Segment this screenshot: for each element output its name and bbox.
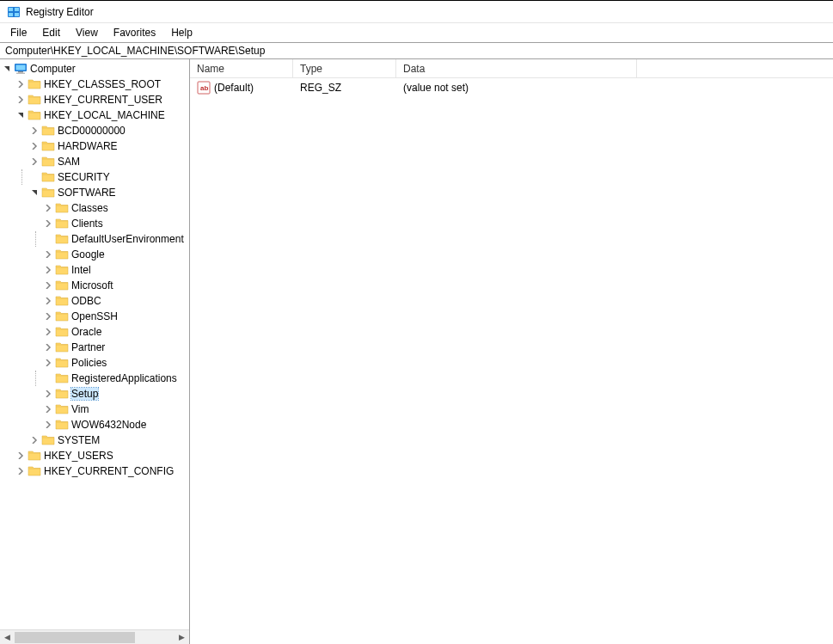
tree-node-odbc[interactable]: ODBC — [2, 293, 189, 309]
chevron-right-icon[interactable] — [15, 466, 26, 476]
tree-label-policies: Policies — [71, 357, 107, 369]
string-value-icon — [197, 81, 211, 95]
chevron-right-icon[interactable] — [43, 420, 53, 430]
tree-label-bcd: BCD00000000 — [58, 125, 126, 137]
chevron-right-icon[interactable] — [15, 79, 26, 89]
chevron-down-icon[interactable] — [15, 110, 26, 120]
tree-node-classes[interactable]: Classes — [2, 200, 189, 216]
tree-node-clients[interactable]: Clients — [2, 216, 189, 231]
tree-label-setup: Setup — [71, 388, 98, 400]
chevron-down-icon[interactable] — [29, 187, 40, 198]
tree-label-hku: HKEY_USERS — [44, 450, 113, 462]
chevron-right-icon[interactable] — [43, 218, 53, 229]
tree-node-computer[interactable]: Computer — [2, 61, 189, 77]
tree-node-hkcc[interactable]: HKEY_CURRENT_CONFIG — [2, 463, 189, 479]
tree-node-hardware[interactable]: HARDWARE — [2, 138, 189, 154]
tree-label-openssh: OpenSSH — [71, 310, 118, 322]
menu-edit[interactable]: Edit — [35, 25, 67, 40]
chevron-right-icon[interactable] — [43, 311, 53, 322]
tree-label-hkcc: HKEY_CURRENT_CONFIG — [44, 465, 174, 477]
tree-node-security[interactable]: • SECURITY — [2, 169, 189, 185]
values-header: Name Type Data — [190, 59, 833, 78]
tree-label-hardware: HARDWARE — [58, 140, 118, 152]
address-bar[interactable]: Computer\HKEY_LOCAL_MACHINE\SOFTWARE\Set… — [0, 42, 833, 59]
chevron-right-icon[interactable] — [43, 296, 53, 306]
tree-node-sam[interactable]: SAM — [2, 154, 189, 169]
tree-node-defaultuserenv[interactable]: • DefaultUserEnvironment — [2, 231, 189, 247]
scroll-thumb[interactable] — [15, 632, 135, 643]
folder-icon — [41, 433, 55, 447]
tree-node-oracle[interactable]: Oracle — [2, 324, 189, 340]
folder-icon — [55, 248, 69, 261]
tree-node-hku[interactable]: HKEY_USERS — [2, 448, 189, 463]
column-header-type[interactable]: Type — [293, 59, 396, 77]
tree-node-wow6432[interactable]: WOW6432Node — [2, 417, 189, 432]
tree-node-hkcu[interactable]: HKEY_CURRENT_USER — [2, 92, 189, 107]
tree-scrollbar-horizontal[interactable]: ◀ ▶ — [0, 629, 189, 644]
chevron-right-icon[interactable] — [15, 95, 26, 105]
tree-label-microsoft: Microsoft — [71, 279, 113, 291]
chevron-right-icon[interactable] — [43, 203, 53, 213]
menu-help[interactable]: Help — [164, 25, 199, 40]
scroll-track[interactable] — [15, 630, 175, 645]
tree-pane: Computer HKEY_CLASSES_ROOT HKEY_CURRENT_… — [0, 59, 190, 644]
chevron-right-icon[interactable] — [29, 126, 40, 136]
tree-label-vim: Vim — [71, 403, 89, 415]
tree-node-setup[interactable]: Setup — [2, 386, 189, 402]
chevron-right-icon[interactable] — [43, 280, 53, 291]
chevron-right-icon[interactable] — [43, 404, 53, 414]
folder-icon — [55, 325, 69, 339]
tree-node-intel[interactable]: Intel — [2, 262, 189, 278]
folder-icon — [28, 449, 41, 463]
chevron-right-icon[interactable] — [43, 389, 53, 399]
tree-label-wow6432: WOW6432Node — [71, 419, 146, 431]
values-list[interactable]: (Default) REG_SZ (value not set) — [190, 78, 833, 644]
chevron-right-icon[interactable] — [43, 358, 53, 368]
folder-icon — [41, 186, 55, 199]
scroll-left-icon[interactable]: ◀ — [0, 630, 15, 645]
tree-node-bcd[interactable]: BCD00000000 — [2, 123, 189, 138]
folder-icon — [28, 77, 41, 91]
registry-tree[interactable]: Computer HKEY_CLASSES_ROOT HKEY_CURRENT_… — [0, 59, 189, 629]
tree-node-openssh[interactable]: OpenSSH — [2, 309, 189, 324]
tree-label-defaultuserenv: DefaultUserEnvironment — [71, 233, 184, 245]
tree-node-policies[interactable]: Policies — [2, 355, 189, 371]
chevron-right-icon[interactable] — [43, 342, 53, 353]
tree-node-microsoft[interactable]: Microsoft — [2, 278, 189, 293]
menu-file[interactable]: File — [3, 25, 34, 40]
tree-node-software[interactable]: SOFTWARE — [2, 185, 189, 200]
chevron-right-icon[interactable] — [15, 451, 26, 461]
column-header-data[interactable]: Data — [396, 59, 637, 77]
menu-favorites[interactable]: Favorites — [107, 25, 162, 40]
chevron-right-icon[interactable] — [29, 435, 40, 445]
values-pane: Name Type Data (Default) REG_SZ (value n… — [190, 59, 833, 644]
tree-node-system[interactable]: SYSTEM — [2, 432, 189, 448]
folder-icon — [55, 402, 69, 416]
tree-node-hklm[interactable]: HKEY_LOCAL_MACHINE — [2, 107, 189, 123]
tree-label-clients: Clients — [71, 218, 103, 230]
chevron-right-icon[interactable] — [43, 265, 53, 275]
tree-label-google: Google — [71, 248, 105, 261]
tree-node-partner[interactable]: Partner — [2, 340, 189, 355]
chevron-down-icon[interactable] — [2, 64, 12, 74]
scroll-right-icon[interactable]: ▶ — [175, 630, 189, 645]
folder-icon — [55, 201, 69, 215]
folder-icon — [41, 139, 55, 153]
tree-node-google[interactable]: Google — [2, 247, 189, 262]
tree-node-vim[interactable]: Vim — [2, 402, 189, 417]
value-row-default[interactable]: (Default) REG_SZ (value not set) — [190, 80, 833, 95]
column-header-name[interactable]: Name — [190, 59, 293, 77]
folder-icon — [55, 294, 69, 308]
folder-icon — [28, 108, 41, 122]
tree-node-hkcr[interactable]: HKEY_CLASSES_ROOT — [2, 77, 189, 92]
tree-node-registeredapps[interactable]: • RegisteredApplications — [2, 371, 189, 386]
value-name: (Default) — [214, 82, 254, 94]
chevron-right-icon[interactable] — [43, 327, 53, 337]
chevron-right-icon[interactable] — [29, 141, 40, 151]
menu-view[interactable]: View — [69, 25, 105, 40]
folder-icon — [28, 93, 41, 107]
chevron-right-icon[interactable] — [29, 156, 40, 167]
folder-icon — [55, 279, 69, 292]
chevron-right-icon[interactable] — [43, 249, 53, 260]
folder-icon — [28, 464, 41, 478]
